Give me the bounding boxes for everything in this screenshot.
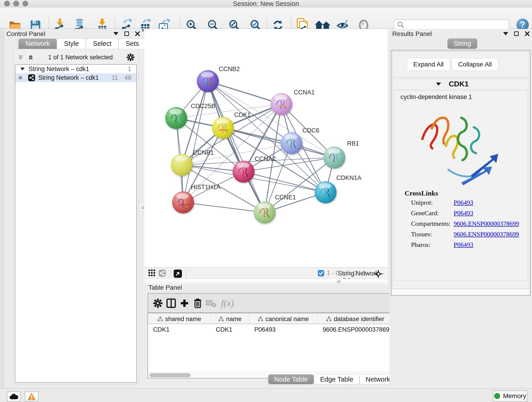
node-label-ccna1: CCNA1 [294,89,315,96]
node-ccnb2[interactable] [197,70,219,92]
gear-icon[interactable] [127,53,134,61]
expand-all-button[interactable]: Expand All [407,58,450,71]
panel-menu-caret-icon[interactable] [114,32,119,35]
results-panel-title: Results Panel [392,30,432,38]
tree-expand-caret-icon[interactable] [20,68,25,70]
title-bar: Session: New Session [0,0,532,7]
crosslink-label: Pharos: [411,241,430,248]
tab-edge-table[interactable]: Edge Table [314,374,360,384]
cloud-status-button[interactable] [7,391,21,402]
node-ccne1[interactable] [254,201,276,223]
node-label-ccne1: CCNE1 [275,194,296,201]
column-type-icon [157,316,163,322]
network-row-label: String Network – cdk1 [38,74,112,81]
network-collection-row[interactable]: String Network – cdk1 1 [15,65,136,73]
node-label-rb1: RB1 [347,140,359,147]
tab-string[interactable]: String [447,38,477,49]
hidden-count-indicator: 0 - 0 [343,269,366,277]
trash-icon [193,298,202,308]
show-columns-button[interactable] [165,296,178,310]
crosslink-label: GeneCard: [411,210,439,217]
memory-button[interactable]: Memory [493,390,527,402]
grid-view-button[interactable] [148,269,155,276]
warning-icon [27,392,36,401]
network-selected-label: 1 of 1 Network selected [34,54,127,61]
crosslink-pharos[interactable]: P06493 [454,241,473,249]
search-input[interactable] [406,20,509,29]
column-header-canonical-name[interactable]: canonical name [249,314,317,324]
crosslinks-title: CrossLinks [405,189,438,197]
memory-status-icon [494,393,500,399]
tab-style[interactable]: Style [57,38,86,49]
tab-sets[interactable]: Sets [119,38,146,49]
tab-node-table[interactable]: Node Table [268,374,314,384]
close-panel-icon[interactable] [525,31,530,36]
function-builder-button[interactable]: f(x) [218,296,237,310]
table-panel-title: Table Panel [148,284,182,291]
collapse-all-button[interactable]: Collapse All [452,58,498,71]
selected-count-indicator: 1 - 0 [317,269,339,277]
expand-all-chevron-icon[interactable] [27,54,34,61]
delete-column-button[interactable] [191,296,204,310]
crosslink-uniprot[interactable]: P06493 [454,199,473,206]
node-cdk1[interactable] [212,117,234,139]
tab-select[interactable]: Select [86,38,119,49]
section-caret-icon[interactable] [436,83,441,86]
selected-checkbox-icon[interactable] [317,270,324,277]
crosslink-genecard[interactable]: P06493 [454,210,473,217]
node-ccna1[interactable] [270,93,292,115]
delete-table-button[interactable] [204,296,218,310]
tab-network[interactable]: Network [18,38,57,49]
horizontal-splitter[interactable] [144,279,388,284]
node-label-cdkn1a: CDKN1A [336,174,361,182]
crosshair-icon [374,269,383,278]
scrollbar-thumb[interactable] [149,373,191,377]
node-ccna2[interactable] [233,161,254,183]
plus-icon [180,299,189,308]
crosslink-compartments[interactable]: 9606.ENSP00000378699 [454,220,519,227]
node-hist1h1a[interactable] [172,191,194,213]
crosslink-row: Tissues:9606.ENSP00000378699 [411,230,526,241]
collapse-all-chevron-icon[interactable] [17,54,24,61]
birds-eye-view-button[interactable] [174,269,182,278]
table-cell[interactable]: CDK1 [211,325,249,335]
table-cell[interactable]: P06493 [249,325,317,335]
table-settings-button[interactable] [151,296,165,310]
results-scrollbar[interactable] [392,289,529,294]
table-cell[interactable]: 9606.ENSP00000378699 [317,325,393,335]
column-header-database-identifier[interactable]: database identifier [317,314,393,324]
crosslink-label: Tissues: [411,230,432,238]
network-row[interactable]: String Network – cdk1 11 48 [15,73,136,82]
node-rb1[interactable] [323,147,345,168]
table-cell[interactable]: CDK1 [148,325,211,335]
fit-content-button[interactable] [374,269,383,278]
warnings-button[interactable] [25,391,38,402]
search-icon [397,21,405,29]
columns-icon [166,298,176,308]
column-header-name[interactable]: name [211,314,249,324]
column-type-icon [326,316,331,322]
node-cdc25b[interactable] [165,107,187,129]
column-label: database identifier [334,316,385,323]
node-ccnb1[interactable] [171,154,193,176]
node-section-header[interactable]: CDK1 [393,79,529,89]
network-view-canvas[interactable]: CCNB2CCNA1CDC25BCDK1CDC6RB1CCNB1CCNA2CDK… [144,29,388,267]
column-header-shared-name[interactable]: shared name [148,314,211,324]
results-actions-box: Expand All Collapse All [392,51,529,77]
close-panel-icon[interactable] [135,31,140,36]
status-bar: Memory [0,388,532,402]
panel-menu-caret-icon[interactable] [503,32,508,35]
collection-count: 1 [128,65,131,73]
share-icon [158,269,166,277]
node-cdkn1a[interactable] [315,181,336,203]
float-panel-icon[interactable] [514,32,519,36]
crosslink-tissues[interactable]: 9606.ENSP00000378699 [454,230,519,238]
status-separator [170,269,171,278]
column-label: name [226,316,242,323]
crosslink-row: GeneCard:P06493 [411,210,526,220]
network-view-button[interactable] [158,269,166,277]
add-column-button[interactable] [178,296,191,310]
node-result-section: CDK1 cyclin-dependent kinase 1 Cross [392,78,529,289]
node-cdc6[interactable] [280,132,302,154]
float-panel-icon[interactable] [124,32,129,36]
